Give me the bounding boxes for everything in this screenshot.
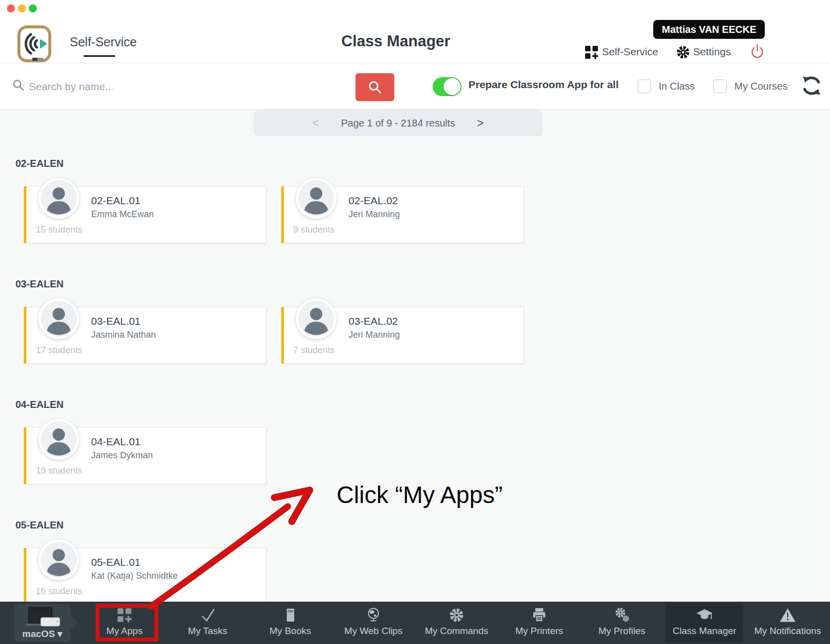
class-student-count: 15 students [36, 225, 82, 235]
apps-grid-icon [584, 45, 599, 60]
my-courses-label: My Courses [734, 81, 788, 92]
dock-item-my-commands[interactable]: My Commands [419, 602, 494, 644]
class-teacher: Jeri Manning [349, 209, 400, 220]
class-student-count: 17 students [36, 345, 82, 356]
class-card[interactable]: 02-EAL.01 Emma McEwan 15 students [24, 186, 266, 243]
person-icon [40, 420, 78, 458]
pagination-label: Page 1 of 9 - 2184 results [341, 118, 455, 129]
class-card[interactable]: 04-EAL.01 James Dykman 19 students [24, 427, 266, 484]
section-title: 05-EALEN [15, 519, 64, 531]
dock-item-label: Class Manager [667, 626, 742, 637]
class-code: 02-EAL.02 [349, 195, 398, 207]
avatar [296, 298, 337, 339]
class-card[interactable]: 05-EAL.01 Kat (Katja) Schmidtke 16 stude… [24, 548, 266, 605]
person-icon [40, 541, 78, 579]
checkmark-icon [199, 607, 216, 623]
dock-item-label: My Printers [502, 626, 577, 637]
class-card[interactable]: 02-EAL.02 Jeri Manning 9 students [281, 186, 524, 243]
graduation-cap-icon [696, 607, 713, 623]
dock-item-my-tasks[interactable]: My Tasks [170, 602, 245, 644]
person-icon [40, 179, 78, 217]
section-title: 02-EALEN [15, 158, 64, 169]
os-selector-macos[interactable]: macOS ▾ [14, 604, 71, 642]
maximize-window-button[interactable] [29, 4, 37, 12]
search-button[interactable] [356, 73, 394, 101]
avatar [296, 178, 337, 219]
class-student-count: 7 students [293, 345, 335, 356]
dock-item-my-profiles[interactable]: My Profiles [585, 602, 659, 644]
card-accent-bar [24, 307, 26, 364]
search-toolbar: Prepare Classroom App for all In Class M… [0, 63, 830, 110]
class-code: 03-EAL.01 [91, 315, 140, 327]
close-window-button[interactable] [7, 4, 15, 12]
title-underline [84, 55, 115, 57]
class-card[interactable]: 03-EAL.02 Jeri Manning 7 students [281, 307, 524, 364]
class-teacher: James Dykman [91, 450, 153, 461]
previous-page-button[interactable]: < [313, 117, 319, 130]
dock-item-my-web-clips[interactable]: My Web Clips [336, 602, 411, 644]
person-icon [297, 179, 335, 217]
dock-item-label: My Commands [419, 626, 494, 637]
dock-item-label: My Notifications [750, 626, 825, 637]
minimize-window-button[interactable] [18, 4, 26, 12]
search-icon [12, 79, 24, 91]
whiteboard-play-logo [17, 25, 52, 63]
nav-self-service[interactable]: Self-Service [602, 46, 658, 58]
class-teacher: Emma McEwan [91, 209, 154, 220]
section-title: 03-EALEN [15, 278, 64, 290]
gear-icon [449, 607, 465, 623]
dock-item-class-manager[interactable]: Class Manager [667, 602, 742, 644]
dock-item-label: My Profiles [585, 626, 659, 637]
class-code: 03-EAL.02 [349, 315, 398, 327]
class-card[interactable]: 03-EAL.01 Jasmina Nathan 17 students [24, 307, 266, 364]
class-code: 05-EAL.01 [91, 556, 140, 568]
gear-icon [676, 45, 691, 60]
section-title: 04-EALEN [15, 399, 64, 410]
avatar [38, 539, 79, 580]
toggle-knob [444, 78, 461, 95]
my-courses-checkbox[interactable] [713, 79, 727, 93]
search-input[interactable] [28, 78, 307, 95]
annotation-highlight-box [96, 604, 158, 642]
pagination: < Page 1 of 9 - 2184 results > [254, 110, 542, 136]
annotation-text: Click “My Apps” [337, 481, 502, 509]
dock-item-my-notifications[interactable]: My Notifications [750, 602, 825, 644]
person-icon [297, 300, 335, 338]
app-title-self-service: Self-Service [70, 35, 137, 49]
card-accent-bar [24, 427, 26, 484]
card-accent-bar [281, 307, 284, 364]
dock-item-my-books[interactable]: My Books [253, 602, 328, 644]
class-code: 02-EAL.01 [91, 195, 140, 207]
dock-item-my-printers[interactable]: My Printers [502, 602, 577, 644]
os-selector-pointer [70, 615, 78, 631]
header: Self-Service Class Manager Mattias VAN E… [0, 0, 830, 63]
prepare-classroom-toggle[interactable] [433, 77, 462, 96]
prepare-classroom-label: Prepare Classroom App for all [469, 79, 618, 91]
card-accent-bar [281, 186, 284, 243]
card-accent-bar [24, 548, 26, 605]
class-code: 04-EAL.01 [91, 436, 140, 448]
refresh-icon[interactable] [801, 75, 823, 97]
person-icon [40, 300, 78, 338]
warning-triangle-icon [779, 607, 796, 623]
nav-settings[interactable]: Settings [693, 46, 731, 58]
in-class-label: In Class [659, 81, 695, 92]
page-title: Class Manager [342, 32, 451, 50]
avatar [38, 178, 79, 219]
user-badge[interactable]: Mattias VAN EECKE [653, 20, 765, 39]
power-icon[interactable] [749, 43, 765, 60]
in-class-checkbox[interactable] [637, 79, 651, 93]
dock-item-label: My Books [253, 626, 328, 637]
gears-icon [614, 607, 630, 623]
class-teacher: Kat (Katja) Schmidtke [91, 571, 178, 581]
next-page-button[interactable]: > [477, 117, 483, 130]
avatar [38, 298, 79, 339]
class-student-count: 19 students [36, 466, 82, 476]
laptop-desktop-icon [25, 607, 61, 629]
class-teacher: Jeri Manning [349, 330, 400, 340]
globe-icon [365, 607, 381, 623]
avatar [38, 419, 79, 460]
class-student-count: 16 students [36, 586, 82, 597]
class-teacher: Jasmina Nathan [91, 330, 156, 340]
dock-item-label: My Web Clips [336, 626, 411, 637]
